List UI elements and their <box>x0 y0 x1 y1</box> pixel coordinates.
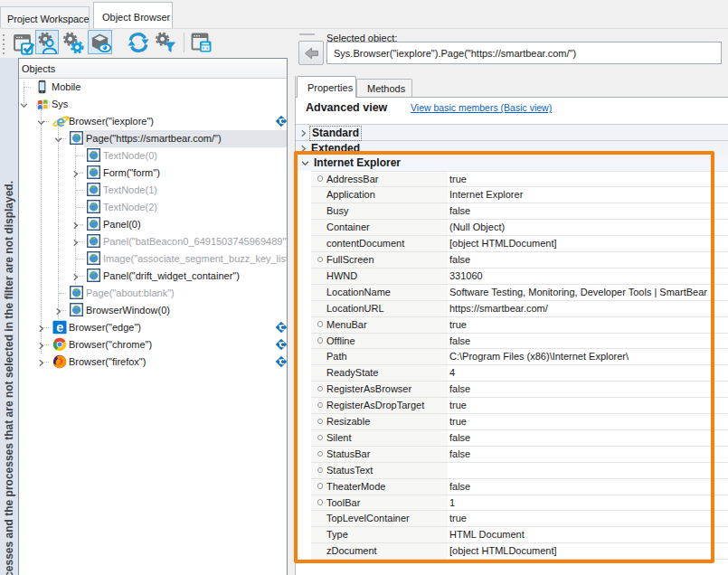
svg-text:e: e <box>56 114 64 129</box>
svg-text:e: e <box>56 320 63 335</box>
